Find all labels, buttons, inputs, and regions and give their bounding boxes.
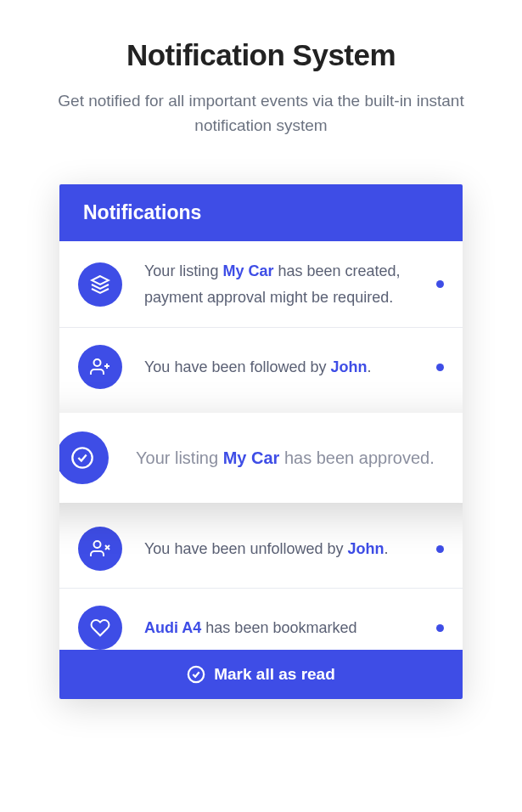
button-label: Mark all as read	[214, 665, 335, 684]
user-x-icon	[78, 527, 122, 571]
user-plus-icon	[78, 345, 122, 389]
notification-item[interactable]: Your listing My Car has been created, pa…	[59, 241, 463, 328]
notifications-panel: Notifications Your listing My Car has be…	[59, 184, 463, 699]
unread-dot-icon	[436, 624, 444, 632]
notification-text: Your listing My Car has been created, pa…	[144, 258, 421, 310]
unread-dot-icon	[436, 364, 444, 371]
heart-icon	[78, 606, 122, 650]
check-circle-icon	[187, 665, 205, 684]
panel-title: Notifications	[83, 201, 439, 224]
svg-point-4	[72, 448, 92, 468]
page-title: Notification System	[30, 38, 492, 72]
notification-item[interactable]: Audi A4 has been bookmarked	[59, 589, 463, 650]
svg-point-1	[94, 359, 101, 366]
notification-item[interactable]: You have been unfollowed by John.	[59, 510, 463, 589]
notification-text: Your listing My Car has been approved.	[136, 443, 448, 472]
unread-dot-icon	[436, 280, 444, 288]
mark-all-read-button[interactable]: Mark all as read	[59, 650, 463, 699]
page-subtitle: Get notified for all important events vi…	[41, 89, 482, 138]
notification-item[interactable]: Your listing My Car has been approved.	[59, 413, 463, 503]
svg-point-5	[94, 541, 101, 548]
layers-icon	[78, 262, 122, 307]
panel-header: Notifications	[59, 184, 463, 241]
notification-text: You have been unfollowed by John.	[144, 536, 421, 562]
notification-text: You have been followed by John.	[144, 354, 421, 381]
notification-text: Audi A4 has been bookmarked	[144, 615, 421, 640]
notification-list: Your listing My Car has been created, pa…	[59, 241, 463, 650]
check-circle-icon	[59, 431, 109, 484]
notification-item[interactable]: You have been followed by John.	[59, 328, 463, 406]
svg-marker-0	[92, 276, 109, 285]
unread-dot-icon	[436, 545, 444, 553]
